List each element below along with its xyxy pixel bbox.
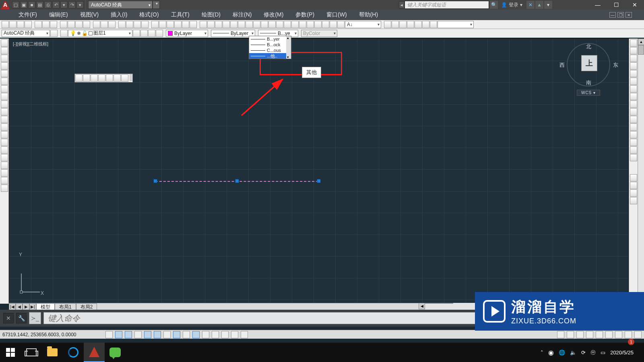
std-match-icon[interactable] bbox=[83, 21, 90, 28]
layer-props-icon[interactable] bbox=[60, 30, 68, 37]
ucs-icon[interactable]: Y X bbox=[18, 271, 42, 295]
open-icon[interactable]: ▣ bbox=[20, 1, 27, 8]
cmdline-close-icon[interactable]: ✕ bbox=[3, 313, 14, 323]
std-undo-icon[interactable] bbox=[101, 21, 108, 28]
dimstyle-dropdown[interactable]: A↓ bbox=[345, 21, 381, 28]
tab-layout2[interactable]: 布局2 bbox=[76, 303, 97, 310]
menu-modify[interactable]: 修改(M) bbox=[261, 10, 286, 20]
status-qp-icon[interactable] bbox=[221, 331, 229, 338]
region-icon[interactable] bbox=[1, 162, 8, 169]
dim-textedit-icon[interactable] bbox=[330, 21, 337, 28]
login-button[interactable]: 👤 登录 ▾ bbox=[498, 2, 526, 8]
hscroll-left-icon[interactable]: ◀ bbox=[419, 303, 425, 309]
redo-icon[interactable]: ↷ bbox=[68, 1, 76, 8]
window-close-button[interactable]: ✕ bbox=[625, 0, 644, 10]
constr-icon-5[interactable] bbox=[415, 21, 422, 28]
dim-continue-icon[interactable] bbox=[268, 21, 276, 28]
std-paste-icon[interactable] bbox=[75, 21, 83, 28]
menu-view[interactable]: 视图(V) bbox=[78, 10, 101, 20]
print-icon[interactable]: ⎙ bbox=[44, 1, 52, 8]
menu-insert[interactable]: 插入(I) bbox=[108, 10, 130, 20]
dim-diameter-icon[interactable] bbox=[238, 21, 245, 28]
dim-jogline-icon[interactable] bbox=[314, 21, 322, 28]
workspace-extra-drop[interactable] bbox=[153, 1, 160, 9]
circle-icon[interactable] bbox=[1, 85, 8, 93]
constr-icon-6[interactable] bbox=[422, 21, 429, 28]
std-block-icon[interactable] bbox=[93, 21, 100, 28]
dim-baseline-icon[interactable] bbox=[261, 21, 268, 28]
window-minimize-button[interactable]: — bbox=[588, 0, 607, 10]
dim-space-icon[interactable] bbox=[276, 21, 283, 28]
move-icon[interactable] bbox=[630, 78, 637, 85]
vp-icon-2[interactable] bbox=[83, 74, 90, 82]
status-dyn-icon[interactable] bbox=[192, 331, 200, 338]
spline-icon[interactable] bbox=[1, 101, 8, 108]
addselected-icon[interactable] bbox=[1, 185, 8, 192]
mdi-restore-icon[interactable]: ❐ bbox=[617, 12, 624, 18]
vp-icon-3[interactable] bbox=[91, 74, 98, 82]
tab-nav-next[interactable]: ▶ bbox=[23, 303, 29, 310]
constr-icon-1[interactable] bbox=[384, 21, 391, 28]
polyline-icon[interactable] bbox=[1, 55, 8, 62]
tab-nav-first[interactable]: |◀ bbox=[9, 303, 16, 310]
layer-iso-icon[interactable] bbox=[148, 30, 155, 37]
std-redo-icon[interactable] bbox=[108, 21, 116, 28]
stretch-icon[interactable] bbox=[630, 101, 637, 108]
taskview-button[interactable] bbox=[21, 343, 42, 362]
explode-icon[interactable] bbox=[630, 154, 637, 161]
dim-ordinate-icon[interactable] bbox=[253, 21, 260, 28]
lineweight-option-continuous[interactable]: C...ous bbox=[249, 47, 291, 53]
dim-angular-icon[interactable] bbox=[215, 21, 222, 28]
saveas-icon[interactable]: ▤ bbox=[36, 1, 43, 8]
dim-break-icon[interactable] bbox=[284, 21, 291, 28]
lineweight-option-other[interactable]: ...他.. bbox=[249, 53, 291, 59]
mdi-minimize-icon[interactable]: — bbox=[609, 12, 616, 18]
vp-icon-4[interactable] bbox=[98, 74, 105, 82]
tray-date[interactable]: 2020/5/25 bbox=[610, 350, 634, 356]
status-ducs-icon[interactable] bbox=[183, 331, 190, 338]
tab-nav-last[interactable]: ▶| bbox=[29, 303, 36, 310]
status-annoscale-icon[interactable] bbox=[576, 331, 584, 338]
viewport-label[interactable]: [-][俯视][二维线框] bbox=[12, 41, 50, 47]
command-prompt-icon[interactable]: ≻_ bbox=[29, 312, 41, 324]
status-isolate-icon[interactable] bbox=[625, 331, 632, 338]
menu-help[interactable]: 帮助(H) bbox=[357, 10, 380, 20]
revcloud-icon[interactable] bbox=[1, 93, 8, 100]
std-ssm-icon[interactable] bbox=[174, 21, 182, 28]
status-clean-icon[interactable] bbox=[634, 331, 642, 338]
layer-prev-icon[interactable] bbox=[133, 30, 140, 37]
std-copy-icon[interactable] bbox=[68, 21, 75, 28]
dim-linear-icon[interactable] bbox=[200, 21, 207, 28]
trim-icon[interactable] bbox=[630, 108, 637, 115]
std-cut-icon[interactable] bbox=[60, 21, 67, 28]
std-dc-icon[interactable] bbox=[159, 21, 166, 28]
line-icon[interactable] bbox=[1, 39, 8, 47]
status-annovis-icon[interactable] bbox=[586, 331, 593, 338]
std-calc-icon[interactable] bbox=[190, 21, 197, 28]
search-prev-icon[interactable]: ◂ bbox=[399, 1, 405, 8]
menu-edit[interactable]: 编辑(E) bbox=[47, 10, 70, 20]
grip-mid[interactable] bbox=[235, 179, 239, 183]
arc-icon[interactable] bbox=[1, 78, 8, 85]
std-save-icon[interactable] bbox=[17, 21, 24, 28]
vp-icon-6[interactable] bbox=[114, 74, 121, 82]
std-pan-icon[interactable] bbox=[118, 21, 126, 28]
copy-obj-icon[interactable] bbox=[630, 47, 637, 54]
break-icon[interactable] bbox=[630, 123, 637, 131]
scroll-up-icon[interactable]: ▲ bbox=[638, 39, 644, 45]
exchange-icon[interactable]: ✕ bbox=[526, 1, 535, 9]
mtext-icon[interactable] bbox=[1, 177, 8, 184]
save-icon[interactable]: ■ bbox=[28, 1, 35, 8]
std-markup-icon[interactable] bbox=[182, 21, 189, 28]
constr-dropdown[interactable] bbox=[438, 21, 474, 28]
gradient-icon[interactable] bbox=[1, 154, 8, 161]
tray-network-icon[interactable]: 🌐 bbox=[559, 350, 565, 356]
std-zoomprev-icon[interactable] bbox=[141, 21, 149, 28]
dim-inspect-icon[interactable] bbox=[307, 21, 314, 28]
std-zoomwin-icon[interactable] bbox=[134, 21, 141, 28]
tab-model[interactable]: 模型 bbox=[36, 303, 55, 310]
status-ws-icon[interactable] bbox=[596, 331, 603, 338]
status-otrack-icon[interactable] bbox=[173, 331, 180, 338]
std-props-icon[interactable] bbox=[151, 21, 159, 28]
status-osnap-icon[interactable] bbox=[154, 331, 161, 338]
